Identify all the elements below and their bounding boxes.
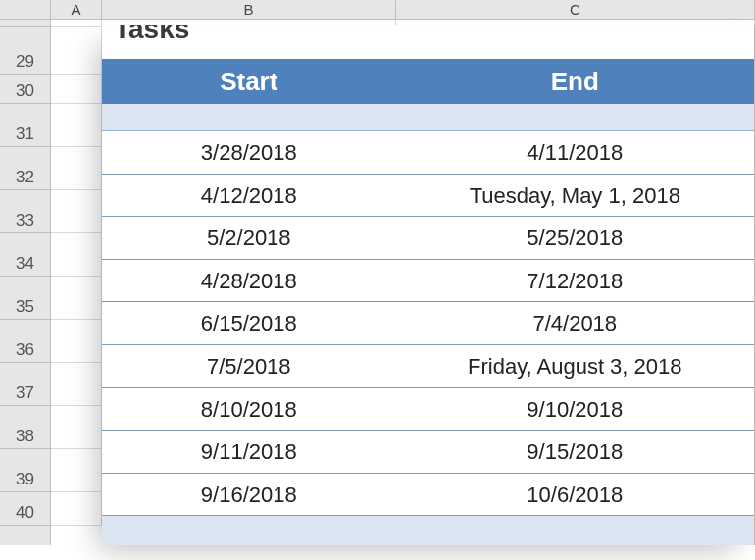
column-header-c[interactable]: C — [396, 0, 755, 19]
row-header-strip: 29 30 31 32 33 34 35 36 37 38 39 40 — [0, 20, 51, 545]
table-row[interactable]: 9/16/2018 10/6/2018 — [102, 474, 754, 517]
spreadsheet-view: A B C 29 30 31 32 33 34 35 36 37 38 39 4… — [0, 0, 755, 560]
header-start[interactable]: Start — [102, 59, 396, 104]
cell-end[interactable]: Friday, August 3, 2018 — [396, 345, 754, 387]
cell-end[interactable]: 10/6/2018 — [396, 474, 754, 516]
row-header-36[interactable]: 36 — [0, 320, 50, 363]
cell-end[interactable]: 4/11/2018 — [396, 131, 754, 174]
row-header-28[interactable] — [0, 20, 50, 27]
row-header-41[interactable] — [0, 526, 50, 545]
cell-start[interactable]: 8/10/2018 — [102, 388, 396, 431]
cell-a36[interactable] — [51, 320, 102, 363]
column-header-row: A B C — [0, 0, 755, 20]
cell-start[interactable]: 9/16/2018 — [102, 474, 396, 516]
row-header-33[interactable]: 33 — [0, 190, 50, 233]
table-subheader-band — [102, 104, 754, 131]
cell-start[interactable]: 9/11/2018 — [102, 431, 396, 473]
row-header-32[interactable]: 32 — [0, 147, 50, 190]
cell-end[interactable]: 7/4/2018 — [396, 302, 754, 344]
cell-start[interactable]: 6/15/2018 — [102, 302, 396, 344]
cell-end[interactable]: 7/12/2018 — [396, 260, 754, 302]
table-row[interactable]: 8/10/2018 9/10/2018 — [102, 388, 754, 432]
cell-a29[interactable] — [51, 27, 102, 75]
cell-end[interactable]: Tuesday, May 1, 2018 — [396, 175, 754, 217]
cell-a32[interactable] — [51, 147, 102, 190]
table-footer-band — [102, 516, 754, 545]
column-header-b[interactable]: B — [102, 0, 396, 19]
table-row[interactable]: 4/12/2018 Tuesday, May 1, 2018 — [102, 175, 754, 218]
table-title-cropped: Tasks — [102, 25, 754, 59]
cell-start[interactable]: 4/28/2018 — [102, 260, 396, 302]
row-header-38[interactable]: 38 — [0, 406, 50, 449]
cell-a37[interactable] — [51, 363, 102, 406]
table-row[interactable]: 7/5/2018 Friday, August 3, 2018 — [102, 345, 754, 388]
cell-end[interactable]: 9/10/2018 — [396, 388, 754, 431]
column-header-a[interactable]: A — [51, 0, 102, 19]
cell-a38[interactable] — [51, 406, 102, 449]
table-row[interactable]: 5/2/2018 5/25/2018 — [102, 217, 754, 260]
table-row[interactable]: 4/28/2018 7/12/2018 — [102, 260, 754, 303]
cell-a33[interactable] — [51, 190, 102, 233]
row-header-37[interactable]: 37 — [0, 363, 50, 406]
row-header-31[interactable]: 31 — [0, 104, 50, 147]
table-row[interactable]: 3/28/2018 4/11/2018 — [102, 131, 754, 175]
cell-a30[interactable] — [51, 75, 102, 104]
row-header-30[interactable]: 30 — [0, 75, 50, 104]
cell-a34[interactable] — [51, 233, 102, 277]
row-header-35[interactable]: 35 — [0, 277, 50, 320]
table-body: 3/28/2018 4/11/2018 4/12/2018 Tuesday, M… — [102, 131, 754, 516]
row-header-40[interactable]: 40 — [0, 492, 50, 526]
cell-a31[interactable] — [51, 104, 102, 147]
cell-end[interactable]: 5/25/2018 — [396, 217, 754, 259]
row-header-39[interactable]: 39 — [0, 449, 50, 492]
table-row[interactable]: 6/15/2018 7/4/2018 — [102, 302, 754, 345]
cell-start[interactable]: 3/28/2018 — [102, 131, 396, 174]
cell-end[interactable]: 9/15/2018 — [396, 431, 754, 473]
table-row[interactable]: 9/11/2018 9/15/2018 — [102, 431, 754, 474]
cell-a40[interactable] — [51, 492, 102, 526]
row-header-29[interactable]: 29 — [0, 27, 50, 75]
row-header-34[interactable]: 34 — [0, 233, 50, 277]
table-header-row: Start End — [102, 59, 754, 104]
cell-start[interactable]: 4/12/2018 — [102, 175, 396, 217]
cell-start[interactable]: 7/5/2018 — [102, 345, 396, 387]
cell-a35[interactable] — [51, 277, 102, 320]
cell-a39[interactable] — [51, 449, 102, 492]
header-end[interactable]: End — [396, 59, 754, 104]
cell-start[interactable]: 5/2/2018 — [102, 217, 396, 259]
data-table: Tasks Start End 3/28/2018 4/11/2018 4/12… — [102, 25, 755, 545]
select-all-corner[interactable] — [0, 0, 51, 19]
